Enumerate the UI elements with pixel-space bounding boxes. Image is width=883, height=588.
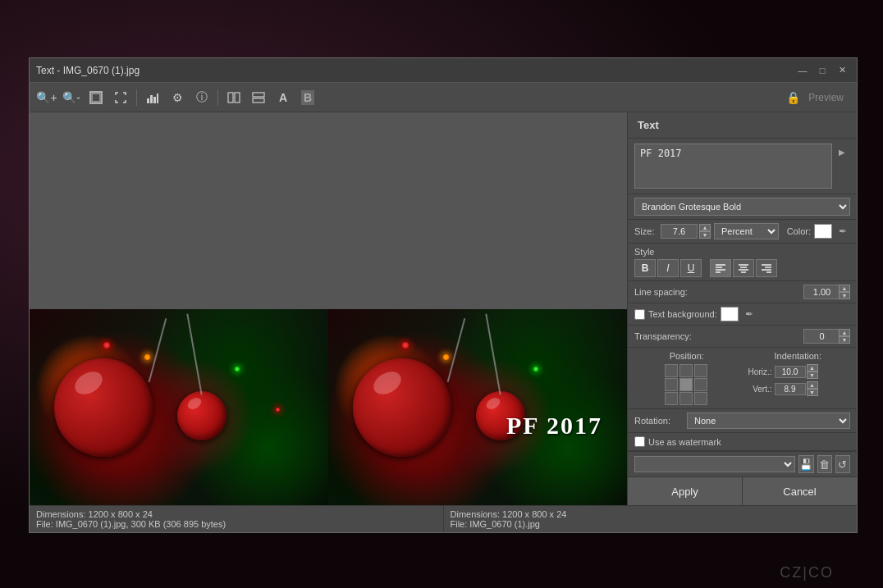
ornament-right	[353, 358, 451, 457]
settings-button[interactable]: ⚙	[167, 87, 188, 108]
line-spacing-spin: ▲ ▼	[839, 285, 850, 299]
image-panel-middle-left[interactable]	[30, 309, 328, 506]
fullscreen-icon	[114, 91, 127, 104]
main-window: Text - IMG_0670 (1).jpg — □ ✕ 🔍+ 🔍-	[29, 57, 858, 533]
size-input[interactable]	[661, 224, 698, 239]
histogram-button[interactable]	[142, 87, 163, 108]
text-input[interactable]: PF 2017	[634, 144, 832, 189]
size-spin: ▲ ▼	[699, 224, 711, 239]
bottom-watermark: CZ|CO	[780, 564, 834, 581]
rotation-select[interactable]: None 90° 180° 270°	[687, 413, 850, 429]
image-panel-top-right[interactable]	[328, 112, 627, 309]
save-icon: 💾	[799, 458, 812, 471]
lock-icon: 🔒	[786, 91, 800, 104]
pos-cell-bl[interactable]	[665, 392, 678, 405]
align-left-button[interactable]	[710, 259, 731, 277]
pos-cell-bc[interactable]	[679, 392, 693, 405]
watermark-label: Use as watermark	[648, 437, 721, 447]
line-spacing-row: Line spacing: ▲ ▼	[628, 281, 857, 303]
image-panel-middle-right[interactable]: PF 2017	[328, 309, 627, 506]
zoom-in-icon: 🔍+	[36, 91, 57, 104]
bold-button[interactable]: B	[634, 259, 656, 277]
text-background-picker-button[interactable]: ✒	[742, 307, 757, 321]
ls-down-button[interactable]: ▼	[839, 292, 850, 299]
text-a-button[interactable]: A	[272, 87, 294, 108]
info-button[interactable]: ⓘ	[191, 87, 213, 108]
pos-cell-mr[interactable]	[694, 378, 707, 391]
eyedropper-icon: ✒	[839, 226, 847, 237]
color-picker-button[interactable]: ✒	[835, 224, 850, 239]
status-panel-left: Dimensions: 1200 x 800 x 24 File: IMG_06…	[30, 506, 444, 532]
gear-icon: ⚙	[172, 91, 183, 104]
panel-bottom: 💾 🗑 ↺	[628, 451, 857, 476]
transparency-input[interactable]	[803, 329, 840, 344]
pos-cell-ml[interactable]	[665, 378, 678, 391]
vert-up-button[interactable]: ▲	[807, 381, 818, 389]
vert-down-button[interactable]: ▼	[807, 389, 818, 396]
align-center-button[interactable]	[733, 259, 754, 277]
toolbar: 🔍+ 🔍-	[30, 83, 857, 112]
delete-preset-button[interactable]: 🗑	[817, 455, 832, 473]
reset-button[interactable]: ↺	[835, 455, 850, 473]
pos-cell-tc[interactable]	[679, 364, 693, 377]
horiz-up-button[interactable]: ▲	[807, 364, 818, 371]
line-spacing-input[interactable]	[803, 285, 840, 299]
italic-button[interactable]: I	[657, 259, 679, 277]
units-select[interactable]: Percent Pixels Points	[714, 223, 779, 239]
preset-select[interactable]	[634, 456, 795, 472]
horiz-down-button[interactable]: ▼	[807, 371, 818, 379]
size-up-button[interactable]: ▲	[699, 224, 711, 231]
title-bar: Text - IMG_0670 (1).jpg — □ ✕	[30, 58, 857, 83]
separator-1	[136, 89, 137, 106]
watermark-checkbox[interactable]	[634, 436, 645, 447]
text-b-button[interactable]: B	[297, 87, 318, 108]
cancel-button[interactable]: Cancel	[743, 477, 857, 505]
minimize-button[interactable]: —	[794, 62, 811, 79]
close-button[interactable]: ✕	[834, 62, 850, 79]
color-swatch[interactable]	[814, 224, 832, 239]
svg-rect-7	[235, 93, 240, 103]
pos-cell-tr[interactable]	[694, 364, 707, 377]
horiz-input[interactable]	[775, 366, 806, 378]
svg-rect-2	[147, 98, 149, 103]
fullscreen-button[interactable]	[110, 87, 131, 108]
lock-button[interactable]: 🔒	[780, 87, 805, 108]
split-horizontal-button[interactable]	[248, 87, 269, 108]
vert-input[interactable]	[775, 383, 806, 395]
pos-cell-mc[interactable]	[679, 378, 693, 391]
zoom-in-button[interactable]: 🔍+	[36, 87, 57, 108]
tb-eyedropper-icon: ✒	[745, 308, 753, 320]
pos-cell-br[interactable]	[694, 392, 707, 405]
right-file: File: IMG_0670 (1).jpg	[451, 519, 851, 529]
pf-text-overlay: PF 2017	[506, 412, 602, 440]
text-background-swatch[interactable]	[721, 307, 739, 321]
tr-down-button[interactable]: ▼	[839, 336, 850, 344]
text-background-checkbox[interactable]	[634, 309, 645, 320]
font-select[interactable]: Brandon Grotesque Bold	[634, 198, 850, 216]
light-orange-right	[443, 354, 449, 360]
position-label: Position:	[634, 351, 739, 361]
split-v-icon	[227, 92, 240, 103]
svg-rect-1	[92, 93, 100, 102]
split-vertical-button[interactable]	[223, 87, 245, 108]
underline-button[interactable]: U	[680, 259, 702, 277]
left-dimensions: Dimensions: 1200 x 800 x 24	[36, 509, 437, 519]
align-left-icon	[715, 263, 726, 273]
expand-button[interactable]: ▶	[834, 144, 850, 160]
light-red-left	[103, 342, 110, 349]
apply-button[interactable]: Apply	[628, 477, 743, 505]
image-panel-top-left[interactable]	[30, 112, 328, 309]
tr-up-button[interactable]: ▲	[839, 329, 850, 336]
size-down-button[interactable]: ▼	[699, 231, 711, 239]
zoom-out-button[interactable]: 🔍-	[61, 87, 82, 108]
transparency-row: Transparency: ▲ ▼	[628, 326, 857, 348]
svg-rect-3	[150, 95, 153, 103]
light-orange-left	[144, 354, 150, 360]
save-preset-button[interactable]: 💾	[798, 455, 813, 473]
ls-up-button[interactable]: ▲	[839, 285, 850, 292]
align-right-button[interactable]	[756, 259, 777, 277]
fit-button[interactable]	[85, 87, 107, 108]
maximize-button[interactable]: □	[814, 62, 830, 79]
action-buttons: Apply Cancel	[628, 476, 857, 505]
pos-cell-tl[interactable]	[665, 364, 678, 377]
